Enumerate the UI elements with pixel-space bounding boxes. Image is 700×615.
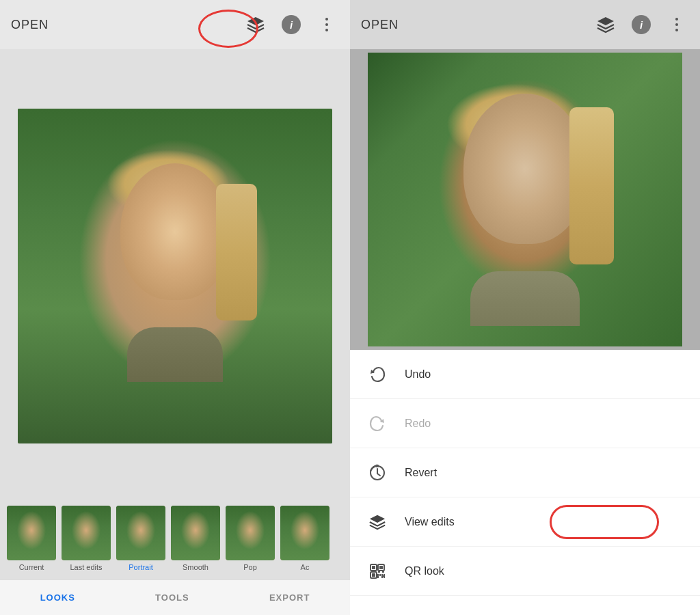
thumb-last-edits-label: Last edits <box>70 563 102 571</box>
menu-undo-label: Undo <box>405 368 431 381</box>
svg-rect-12 <box>372 573 375 577</box>
revert-icon-wrap <box>366 464 388 482</box>
right-more-icon <box>675 18 678 31</box>
svg-marker-0 <box>247 17 264 25</box>
svg-rect-10 <box>379 566 383 569</box>
svg-rect-8 <box>372 566 375 569</box>
thumb-last-edits-img <box>62 506 111 560</box>
right-open-label: OPEN <box>361 18 593 32</box>
menu-item-qr-look[interactable]: QR look <box>350 547 700 596</box>
menu-item-undo[interactable]: Undo <box>350 350 700 399</box>
left-photo-area <box>0 49 350 497</box>
thumb-current[interactable]: Current <box>7 506 56 571</box>
left-top-icons: i <box>243 12 339 37</box>
right-photo-area <box>350 49 700 350</box>
left-top-bar: OPEN i <box>0 0 350 49</box>
thumb-pop-img <box>226 506 275 560</box>
nav-export[interactable]: EXPORT <box>269 592 310 603</box>
thumb-smooth[interactable]: Smooth <box>171 506 220 571</box>
thumb-pop-label: Pop <box>243 563 257 571</box>
right-layers-icon <box>596 15 615 34</box>
view-edits-annotation-oval <box>550 505 659 539</box>
menu-redo-label: Redo <box>405 418 431 430</box>
svg-marker-1 <box>597 17 614 25</box>
thumbnails-strip: Current Last edits Portrait Smooth Pop A… <box>0 497 350 579</box>
nav-tools[interactable]: TOOLS <box>155 592 189 603</box>
redo-icon <box>368 415 386 433</box>
right-top-bar: OPEN i <box>350 0 700 49</box>
redo-icon-wrap <box>366 415 388 433</box>
thumb-portrait[interactable]: Portrait <box>116 506 165 571</box>
left-panel: OPEN i <box>0 0 350 615</box>
thumb-pop[interactable]: Pop <box>226 506 275 571</box>
left-info-button[interactable]: i <box>279 12 304 37</box>
thumb-current-label: Current <box>19 563 44 571</box>
view-edits-layers-icon <box>368 513 386 531</box>
qr-icon-wrap <box>366 562 388 580</box>
left-open-label: OPEN <box>11 18 243 32</box>
undo-icon-wrap <box>366 366 388 383</box>
left-photo <box>18 109 332 443</box>
right-more-button[interactable] <box>664 12 689 37</box>
menu-item-view-edits[interactable]: View edits <box>350 497 700 547</box>
thumb-current-img <box>7 506 56 560</box>
right-panel: OPEN i <box>350 0 700 615</box>
menu-item-redo[interactable]: Redo <box>350 399 700 448</box>
thumb-portrait-img <box>116 506 165 560</box>
menu-item-revert[interactable]: Revert <box>350 448 700 497</box>
undo-icon <box>368 366 386 383</box>
thumb-portrait-label: Portrait <box>129 563 152 571</box>
thumb-smooth-label: Smooth <box>183 563 208 571</box>
right-top-icons: i <box>593 12 689 37</box>
left-more-button[interactable] <box>314 12 339 37</box>
right-info-button[interactable]: i <box>629 12 654 37</box>
thumb-ac[interactable]: Ac <box>280 506 329 571</box>
dropdown-menu: Undo Redo Revert <box>350 350 700 615</box>
menu-view-edits-label: View edits <box>405 516 455 528</box>
thumb-last-edits[interactable]: Last edits <box>62 506 111 571</box>
nav-looks[interactable]: LOOKS <box>40 592 75 603</box>
svg-marker-6 <box>370 515 385 522</box>
right-photo <box>368 53 682 346</box>
thumb-smooth-img <box>171 506 220 560</box>
view-edits-icon-wrap <box>366 513 388 531</box>
right-info-icon: i <box>632 15 651 34</box>
left-bottom-nav: LOOKS TOOLS EXPORT <box>0 579 350 615</box>
info-icon: i <box>282 15 301 34</box>
right-layers-button[interactable] <box>593 12 618 37</box>
layers-icon <box>246 15 265 34</box>
menu-revert-label: Revert <box>405 467 437 479</box>
thumb-ac-img <box>280 506 329 560</box>
left-layers-button[interactable] <box>243 12 268 37</box>
qr-icon <box>368 562 386 580</box>
menu-qr-look-label: QR look <box>405 565 444 577</box>
revert-icon <box>368 464 386 482</box>
more-icon <box>325 18 328 31</box>
thumb-ac-label: Ac <box>301 563 310 571</box>
